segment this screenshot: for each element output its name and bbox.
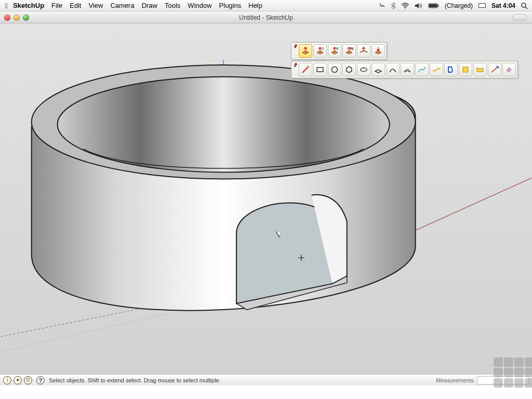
clock[interactable]: Sat 4:04 [491,2,515,9]
geolocation-icon[interactable]: ✦ [14,376,22,384]
menu-file[interactable]: File [51,2,62,9]
svg-text:N: N [351,47,353,50]
wifi-icon[interactable] [401,3,409,9]
tool-extrude[interactable] [488,63,501,76]
svg-rect-19 [477,69,483,72]
tool-joint-extrude[interactable] [371,44,385,58]
tool-shape[interactable] [459,63,472,76]
tool-arc[interactable] [386,63,400,76]
tool-line[interactable] [299,63,312,76]
battery-status: (Charged) [445,2,473,9]
apple-menu-icon[interactable]:  [5,2,8,10]
svg-text:V: V [336,47,339,50]
status-hint: Select objects. Shift to extend select. … [49,377,436,383]
tool-lathe[interactable] [444,63,458,76]
svg-point-17 [361,68,367,72]
window-title: Untitled - SketchUp [0,14,532,21]
tool-bezier[interactable] [415,63,429,76]
tool-polygon[interactable] [342,63,356,76]
mac-menubar:  SketchUp File Edit View Camera Draw To… [0,0,532,11]
tool-pie[interactable] [401,63,414,76]
palette-shapes[interactable] [291,61,518,78]
sketchup-window: Untitled - SketchUp [0,11,532,385]
instructor-icon[interactable]: i [3,376,11,384]
menu-edit[interactable]: Edit [70,2,81,9]
tool-paint[interactable] [502,63,516,76]
tool-rectangle[interactable] [313,63,327,76]
measurements-field[interactable] [477,376,529,384]
tool-joint-push-pull[interactable] [299,44,312,58]
svg-rect-14 [317,68,323,72]
palette-joint-pushpull[interactable]: J V N [291,42,387,60]
window-zoom-button[interactable] [23,15,29,21]
app-menu[interactable]: SketchUp [13,2,44,9]
svg-text:J: J [322,47,324,50]
help-icon[interactable]: ? [36,376,45,384]
menu-draw[interactable]: Draw [142,2,157,9]
svg-rect-3 [437,5,438,7]
measurements-label: Measurements [436,377,474,383]
menu-plugins[interactable]: Plugins [219,2,242,9]
svg-point-6 [522,3,526,7]
tool-oval[interactable] [357,63,370,76]
menu-camera[interactable]: Camera [110,2,134,9]
tool-joint-v[interactable]: V [328,44,341,58]
window-pill-button[interactable] [512,14,527,20]
svg-rect-5 [479,4,485,7]
tool-sweep[interactable] [473,63,487,76]
svg-marker-16 [347,66,352,73]
status-bar: i ✦ © ? Select objects. Shift to extend … [0,374,532,385]
svg-point-15 [332,67,338,73]
tool-joint-j[interactable]: J [313,44,327,58]
window-minimize-button[interactable] [14,15,20,21]
window-titlebar[interactable]: Untitled - SketchUp [0,12,532,23]
spotlight-icon[interactable] [521,2,528,9]
tool-joint-n[interactable]: N [342,44,356,58]
tool-freehand[interactable] [430,63,443,76]
svg-rect-2 [429,4,437,7]
palette-grip-icon[interactable] [293,45,297,57]
menu-window[interactable]: Window [188,2,211,9]
display-icon[interactable] [478,3,486,9]
bluetooth-icon[interactable] [391,2,396,9]
svg-line-7 [525,7,527,9]
palette-grip-icon[interactable] [293,63,297,76]
svg-point-13 [307,66,309,68]
battery-icon[interactable] [428,3,440,9]
modeling-viewport[interactable]: J V N [0,23,532,374]
window-close-button[interactable] [4,15,10,21]
sync-icon[interactable] [378,2,385,9]
menu-help[interactable]: Help [248,2,262,9]
tool-face[interactable] [371,63,385,76]
svg-rect-18 [463,67,468,72]
volume-icon[interactable] [415,3,423,9]
svg-point-0 [405,7,406,8]
credits-icon[interactable]: © [24,376,32,384]
tool-joint-round[interactable] [357,44,370,58]
tool-circle[interactable] [328,63,341,76]
menu-tools[interactable]: Tools [165,2,180,9]
menu-view[interactable]: View [88,2,103,9]
